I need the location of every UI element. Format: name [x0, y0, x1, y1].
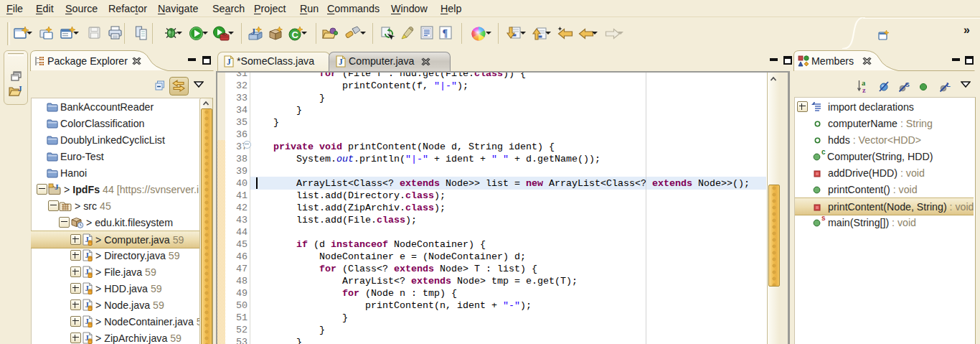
svg-text:S: S	[905, 80, 910, 88]
svg-text:z: z	[862, 86, 866, 93]
svg-text:J: J	[18, 85, 22, 93]
svg-text:J: J	[55, 183, 59, 191]
svg-text:J: J	[251, 27, 255, 37]
svg-text:L: L	[946, 80, 951, 88]
svg-text:¶: ¶	[443, 28, 448, 39]
svg-text:C: C	[292, 29, 299, 40]
